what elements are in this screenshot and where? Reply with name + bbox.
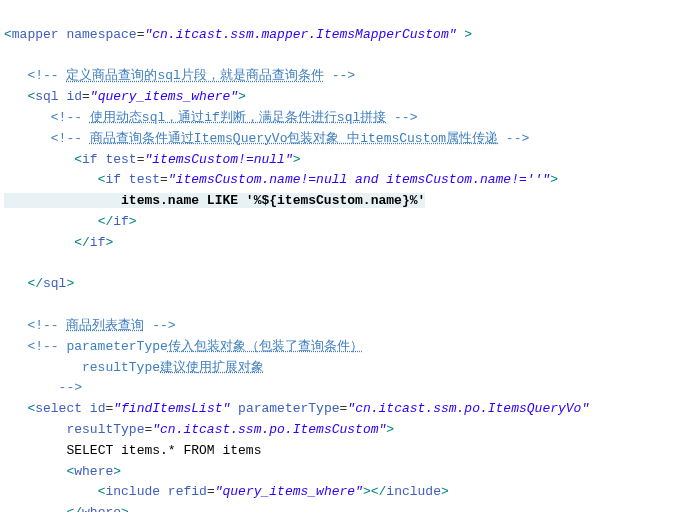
line: resultType建议使用扩展对象 (4, 360, 264, 375)
line: <!-- parameterType传入包装对象（包装了查询条件） (4, 339, 363, 354)
line: <where> (4, 464, 121, 479)
line: <<mappermapper namespace="cn.itcast.ssm.… (4, 27, 472, 42)
xml-code-block: <<mappermapper namespace="cn.itcast.ssm.… (4, 4, 686, 512)
line: <sql id="query_items_where"> (4, 89, 246, 104)
line: <!-- 商品列表查询 --> (4, 318, 176, 333)
line: <if test="itemsCustom!=null"> (4, 152, 301, 167)
line: <include refid="query_items_where"></inc… (4, 484, 449, 499)
xml-comment: <!-- parameterType传入包装对象（包装了查询条件） (27, 339, 362, 354)
line: resultType="cn.itcast.ssm.po.ItemsCustom… (4, 422, 394, 437)
xml-comment: <!-- 定义商品查询的sql片段，就是商品查询条件 --> (27, 68, 355, 83)
line: <!-- 使用动态sql，通过if判断，满足条件进行sql拼接 --> (4, 110, 417, 125)
line: SELECT items.* FROM items (4, 443, 261, 458)
line: </if> (4, 214, 137, 229)
highlighted-line: items.name LIKE '%${itemsCustom.name}%' (4, 193, 425, 208)
line: <if test="itemsCustom.name!=null and ite… (4, 172, 558, 187)
line: <select id="findItemsList" parameterType… (4, 401, 589, 416)
xml-comment: <!-- 商品列表查询 --> (27, 318, 175, 333)
xml-comment: <!-- 商品查询条件通过ItemsQueryVo包装对象 中itemsCust… (51, 131, 529, 146)
line: <!-- 定义商品查询的sql片段，就是商品查询条件 --> (4, 68, 355, 83)
line: </where> (4, 505, 129, 512)
line: </if> (4, 235, 113, 250)
line: <!-- 商品查询条件通过ItemsQueryVo包装对象 中itemsCust… (4, 131, 529, 146)
line: </sql> (4, 276, 74, 291)
line: --> (4, 380, 82, 395)
tag-open: < (4, 27, 12, 42)
xml-comment: <!-- 使用动态sql，通过if判断，满足条件进行sql拼接 --> (51, 110, 418, 125)
